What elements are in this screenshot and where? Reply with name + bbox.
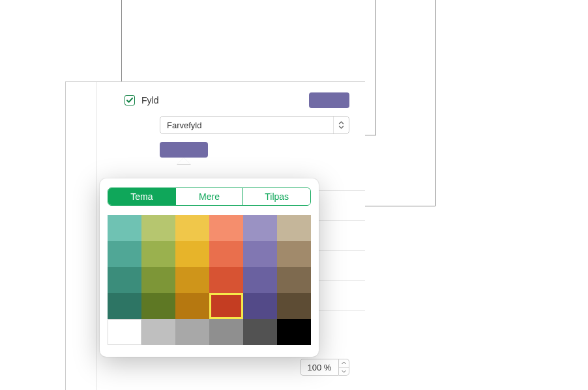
tab-mere-label: Mere: [199, 191, 220, 202]
theme-swatch[interactable]: [108, 215, 141, 241]
callout-line: [435, 0, 436, 206]
theme-swatch[interactable]: [243, 319, 277, 345]
inspector-content: Fyld Farvefyld: [97, 82, 365, 390]
theme-swatch[interactable]: [209, 241, 243, 267]
chevron-up-icon: [342, 361, 346, 365]
theme-swatch[interactable]: [243, 293, 277, 319]
chevron-down-icon: [342, 370, 346, 373]
theme-swatch[interactable]: [277, 241, 311, 267]
theme-swatch[interactable]: [209, 267, 243, 293]
tab-tema-label: Tema: [130, 191, 153, 202]
fill-row: Fyld: [97, 82, 365, 115]
popover-notch-shadow: [177, 158, 191, 165]
theme-swatch[interactable]: [277, 215, 311, 241]
opacity-field: 100 %: [300, 359, 349, 376]
theme-swatch[interactable]: [141, 319, 175, 345]
fill-label: Fyld: [141, 95, 309, 105]
color-well[interactable]: [160, 142, 208, 158]
dropdown-chevrons-icon: [333, 117, 349, 133]
theme-swatch[interactable]: [175, 319, 209, 345]
check-icon: [126, 96, 134, 104]
theme-swatch[interactable]: [108, 267, 141, 293]
stepper-down[interactable]: [339, 368, 349, 376]
opacity-input[interactable]: 100 %: [300, 359, 339, 376]
fill-type-dropdown[interactable]: Farvefyld: [160, 116, 349, 134]
theme-swatch[interactable]: [108, 241, 141, 267]
popover-tabs: Tema Mere Tilpas: [108, 188, 311, 206]
theme-swatch[interactable]: [175, 267, 209, 293]
tab-tema[interactable]: Tema: [108, 188, 176, 205]
theme-swatch[interactable]: [277, 293, 311, 319]
theme-swatch[interactable]: [209, 293, 243, 319]
theme-swatch[interactable]: [243, 215, 277, 241]
color-popover: Tema Mere Tilpas: [100, 178, 319, 357]
theme-swatch[interactable]: [108, 293, 141, 319]
panel-left-gutter: [66, 82, 97, 390]
inspector-panel: Fyld Farvefyld: [65, 81, 365, 390]
theme-swatch[interactable]: [175, 215, 209, 241]
theme-swatch-grid: [108, 215, 311, 345]
theme-swatch[interactable]: [209, 215, 243, 241]
theme-swatch[interactable]: [175, 241, 209, 267]
fill-type-value: Farvefyld: [160, 120, 333, 130]
callout-line: [121, 0, 122, 82]
callout-line: [375, 0, 376, 135]
theme-swatch[interactable]: [277, 267, 311, 293]
fill-type-row: Farvefyld: [97, 115, 365, 141]
color-well-row: [97, 141, 365, 158]
theme-swatch[interactable]: [209, 319, 243, 345]
theme-swatch[interactable]: [108, 319, 141, 345]
tab-tilpas-label: Tilpas: [265, 191, 289, 202]
fill-checkbox[interactable]: [125, 95, 135, 105]
opacity-stepper: [339, 359, 349, 376]
theme-swatch[interactable]: [141, 293, 175, 319]
stepper-up[interactable]: [339, 359, 349, 368]
theme-swatch[interactable]: [243, 241, 277, 267]
tab-tilpas[interactable]: Tilpas: [243, 188, 310, 205]
current-fill-swatch[interactable]: [309, 92, 349, 108]
tab-mere[interactable]: Mere: [176, 188, 244, 205]
theme-swatch[interactable]: [141, 215, 175, 241]
theme-swatch[interactable]: [243, 267, 277, 293]
theme-swatch[interactable]: [175, 293, 209, 319]
theme-swatch[interactable]: [141, 267, 175, 293]
theme-swatch[interactable]: [277, 319, 311, 345]
theme-swatch[interactable]: [141, 241, 175, 267]
